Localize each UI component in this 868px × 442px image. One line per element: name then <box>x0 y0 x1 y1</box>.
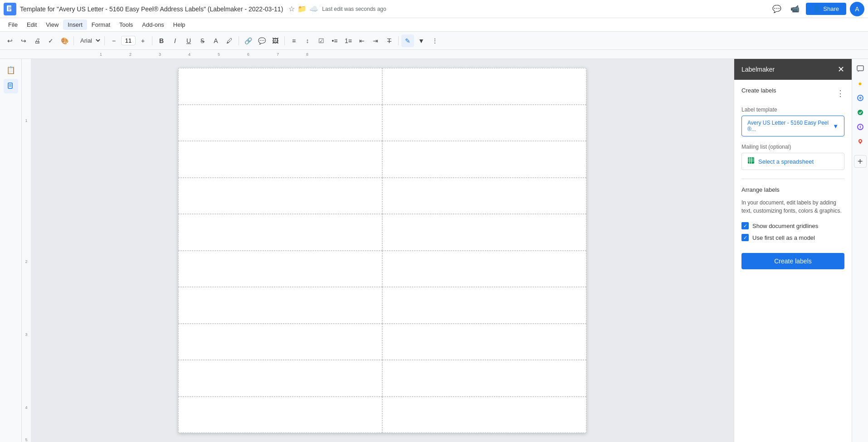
meet-button[interactable]: 📹 <box>788 2 802 16</box>
undo-button[interactable]: ↩ <box>4 34 16 47</box>
line-spacing-button[interactable]: ↕ <box>301 34 314 47</box>
toolbar-sep-6 <box>398 36 399 45</box>
clear-formatting-button[interactable]: T̶ <box>383 34 395 47</box>
font-size-increase[interactable]: + <box>137 34 149 47</box>
strikethrough-button[interactable]: S̶ <box>196 34 209 47</box>
show-gridlines-checkbox[interactable]: ✓ <box>741 222 749 229</box>
indent-more-button[interactable]: ⇥ <box>369 34 382 47</box>
link-button[interactable]: 🔗 <box>242 34 254 47</box>
checklist-button[interactable]: ☑ <box>315 34 327 47</box>
user-avatar[interactable]: A <box>850 2 864 16</box>
highlight-button[interactable]: 🖊 <box>223 34 236 47</box>
app-icon[interactable] <box>4 3 16 15</box>
font-size-decrease[interactable]: − <box>107 34 120 47</box>
page-num-sidebar: 1 2 3 4 5 <box>22 59 31 442</box>
text-color-button[interactable]: A <box>210 34 222 47</box>
menu-file[interactable]: File <box>4 19 22 30</box>
create-labels-title: Create labels <box>741 87 776 94</box>
svg-point-22 <box>859 140 861 142</box>
folder-icon[interactable]: 📁 <box>297 5 307 13</box>
panel-body: Create labels ⋮ Label template Avery US … <box>734 80 852 442</box>
grid-cell-4 <box>382 105 586 141</box>
grid-cell-14 <box>382 287 586 324</box>
redo-button[interactable]: ↪ <box>17 34 30 47</box>
grid-cell-2 <box>382 68 586 105</box>
teal-icon-right[interactable] <box>854 106 867 119</box>
cloud-icon[interactable]: ☁️ <box>309 5 318 13</box>
grid-cell-13 <box>178 287 382 324</box>
label-template-input[interactable]: Avery US Letter - 5160 Easy Peel ®... ▼ <box>741 116 844 136</box>
menu-edit[interactable]: Edit <box>22 19 41 30</box>
font-size-control: − + <box>107 34 149 47</box>
select-spreadsheet-label: Select a spreadsheet <box>758 158 814 165</box>
maps-icon-right[interactable] <box>854 135 867 148</box>
italic-button[interactable]: I <box>169 34 181 47</box>
right-panel: Labelmaker ✕ Create labels ⋮ Label templ… <box>734 59 852 442</box>
mailing-list-label: Mailing list (optional) <box>741 144 844 150</box>
menu-addons[interactable]: Add-ons <box>137 19 168 30</box>
paint-format-button[interactable]: 🎨 <box>58 34 71 47</box>
share-button[interactable]: 👤 Share <box>806 3 846 15</box>
indent-less-button[interactable]: ⇤ <box>356 34 368 47</box>
spreadsheet-icon <box>747 157 755 166</box>
insert-mode-button[interactable]: ✎ <box>401 34 414 47</box>
label-template-chevron: ▼ <box>833 123 839 130</box>
panel-title: Labelmaker <box>741 66 775 73</box>
font-family-select[interactable]: Arial <box>77 36 102 45</box>
use-first-cell-checkbox[interactable]: ✓ <box>741 234 749 241</box>
grid-cell-5 <box>178 141 382 178</box>
grid-cell-1 <box>178 68 382 105</box>
comment-button[interactable]: 💬 <box>255 34 268 47</box>
purple-icon-right[interactable] <box>854 121 867 133</box>
bullet-list-button[interactable]: •≡ <box>328 34 341 47</box>
grid-cell-18 <box>382 360 586 397</box>
sidebar-icon-doc[interactable] <box>4 79 18 93</box>
spellcheck-button[interactable]: ✓ <box>44 34 57 47</box>
last-edit-text: Last edit was seconds ago <box>322 6 386 12</box>
comments-button[interactable]: 💬 <box>770 2 784 16</box>
print-button[interactable]: 🖨 <box>31 34 44 47</box>
menu-format[interactable]: Format <box>87 19 115 30</box>
grid-cell-3 <box>178 105 382 141</box>
menu-tools[interactable]: Tools <box>115 19 137 30</box>
more-toolbar[interactable]: ⋮ <box>429 34 441 47</box>
grid-cell-20 <box>382 397 586 433</box>
menu-view[interactable]: View <box>41 19 63 30</box>
select-spreadsheet-button[interactable]: Select a spreadsheet <box>741 153 844 170</box>
chat-icon-right[interactable] <box>854 63 867 75</box>
top-bar: Template for "Avery US Letter - 5160 Eas… <box>0 0 868 18</box>
section-menu-button[interactable]: ⋮ <box>836 88 844 98</box>
star-icon[interactable]: ☆ <box>288 5 295 13</box>
toolbar: ↩ ↪ 🖨 ✓ 🎨 Arial − + B I U S̶ A 🖊 🔗 💬 🖼 ≡… <box>0 32 868 50</box>
blue-icon-right[interactable] <box>854 92 867 104</box>
grid-cell-6 <box>382 141 586 178</box>
svg-rect-4 <box>8 83 12 88</box>
font-size-input[interactable] <box>121 36 136 45</box>
mode-expand-button[interactable]: ▼ <box>415 34 428 47</box>
ruler-marks: 1 2 3 4 5 6 7 8 <box>100 52 336 57</box>
toolbar-sep-1 <box>73 36 74 45</box>
sidebar-icon-page[interactable]: 📋 <box>4 63 18 77</box>
page-num-5: 5 <box>25 437 27 442</box>
svg-marker-21 <box>859 142 862 144</box>
grid-cell-17 <box>178 360 382 397</box>
bold-button[interactable]: B <box>155 34 168 47</box>
grid-cell-19 <box>178 397 382 433</box>
image-button[interactable]: 🖼 <box>269 34 282 47</box>
create-labels-button[interactable]: Create labels <box>741 253 844 269</box>
grid-cell-9 <box>178 214 382 251</box>
doc-area[interactable]: 🖼️ Image ▶ ⊞ Table ▶ <box>31 59 734 442</box>
page-num-1: 1 <box>25 118 27 123</box>
menu-help[interactable]: Help <box>169 19 190 30</box>
numbered-list-button[interactable]: 1≡ <box>342 34 355 47</box>
underline-button[interactable]: U <box>182 34 195 47</box>
toolbar-sep-3 <box>152 36 152 45</box>
orange-icon-right[interactable]: ● <box>854 77 867 90</box>
page-num-4: 4 <box>25 405 27 410</box>
menu-insert[interactable]: Insert <box>63 19 87 30</box>
add-icon-right[interactable]: + <box>854 155 867 168</box>
use-first-cell-label: Use first cell as a model <box>752 234 815 241</box>
svg-rect-1 <box>8 7 11 8</box>
align-button[interactable]: ≡ <box>288 34 300 47</box>
panel-close-button[interactable]: ✕ <box>838 64 844 74</box>
